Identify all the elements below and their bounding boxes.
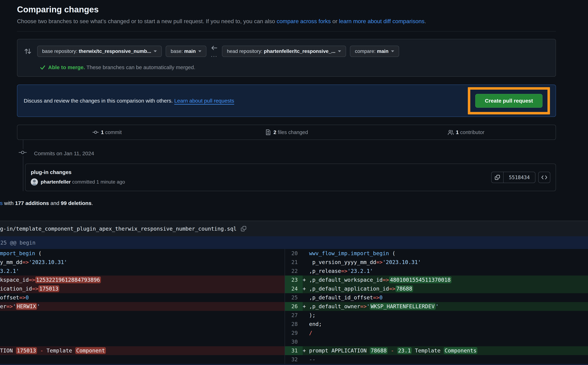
commit-author[interactable]: phartenfeller	[41, 179, 71, 185]
diff-left-line: mport_begin (	[0, 249, 285, 258]
diff-row: y_mm_dd=>'2023.10.31'21 p_version_yyyy_m…	[0, 258, 588, 267]
diff-row: 29 /	[0, 329, 588, 337]
diff-right-line: + ,p_default_workspace_id=>4801001554511…	[303, 275, 588, 284]
compare-across-forks-link[interactable]: compare across forks	[277, 18, 331, 24]
file-diff-icon	[265, 129, 271, 135]
diff-right-line: wwv_flow_imp.import_begin (	[303, 249, 588, 258]
chevron-down-icon	[391, 50, 394, 52]
copy-path-icon[interactable]	[241, 226, 247, 232]
diff-left-line	[0, 311, 285, 320]
file-path[interactable]: g-in/template_component_plugin_apex_ther…	[0, 226, 237, 232]
diff-left-line: er=>'HERWIX'	[0, 302, 285, 311]
diff-right-line: + prompt APPLICATION 78688 - 23.1 Templa…	[303, 346, 588, 355]
commit-date-heading: Commits on Jan 11, 2024	[17, 140, 556, 164]
next-hunk-header	[0, 364, 588, 365]
diff-left-line: ication_id=>175013	[0, 284, 285, 293]
diff-stats-bar: 1 commit 2 files changed 1 contributor	[17, 125, 556, 140]
diff-row: 3.2.1'22 ,p_release=>'23.2.1'	[0, 267, 588, 275]
diff-row: 30	[0, 337, 588, 346]
diff-row: kspace_id=>1253221961288479389623+ ,p_de…	[0, 275, 588, 284]
diff-right-line	[303, 337, 588, 346]
diff-right-line: ,p_default_id_offset=>0	[303, 293, 588, 302]
diff-left-line	[0, 337, 285, 346]
git-compare-icon	[24, 47, 32, 55]
changes-summary: s with 177 additions and 99 deletions.	[0, 200, 588, 207]
page-title: Comparing changes	[17, 5, 556, 14]
people-icon	[447, 129, 454, 135]
base-branch-dropdown[interactable]: base: main	[166, 46, 206, 57]
code-icon	[541, 175, 547, 180]
create-pull-request-button[interactable]: Create pull request	[475, 94, 543, 108]
diff-left-line: 3.2.1'	[0, 267, 285, 275]
diff-right-line: end;	[303, 320, 588, 329]
diff-row: ication_id=>17501324+ ,p_default_applica…	[0, 284, 588, 293]
diff-right-line: p_version_yyyy_mm_dd=>'2023.10.31'	[303, 258, 588, 267]
branch-compare-box: base repository: therwix/tc_responsive_n…	[17, 39, 556, 77]
commit-card: plug-in changes phartenfeller committed …	[25, 164, 556, 191]
line-number[interactable]: 25	[285, 293, 303, 302]
line-number[interactable]: 24	[285, 284, 303, 293]
banner-text: Discuss and review the changes in this c…	[24, 98, 234, 104]
tab-files-changed[interactable]: 2 files changed	[197, 125, 376, 140]
tab-contributors[interactable]: 1 contributor	[376, 125, 556, 140]
tab-commits[interactable]: 1 commit	[17, 125, 197, 140]
line-number[interactable]: 21	[285, 258, 303, 267]
highlight-box: Create pull request	[468, 87, 550, 114]
diff-comparisons-link[interactable]: learn more about diff comparisons	[339, 18, 424, 24]
compare-direction: ...	[210, 45, 218, 58]
line-number[interactable]: 31	[285, 346, 303, 355]
base-repository-dropdown[interactable]: base repository: therwix/tc_responsive_n…	[37, 46, 162, 57]
line-number[interactable]: 28	[285, 320, 303, 329]
pull-request-banner: Discuss and review the changes in this c…	[17, 84, 556, 117]
diff-left-line: TION 175013 - Template Component	[0, 346, 285, 355]
chevron-down-icon	[338, 50, 341, 52]
diff-row: er=>'HERWIX'26+ ,p_default_owner=>'WKSP_…	[0, 302, 588, 311]
commit-timeline: Commits on Jan 11, 2024 plug-in changes …	[17, 140, 556, 191]
diff-row: 32 --	[0, 355, 588, 364]
commit-hash-group: 5518434	[491, 172, 535, 183]
commit-node-icon	[19, 149, 27, 156]
line-number[interactable]: 29	[285, 329, 303, 337]
diff-right-line: + ,p_default_application_id=>78688	[303, 284, 588, 293]
chevron-down-icon	[198, 50, 201, 52]
diff-left-line	[0, 329, 285, 337]
diff-right-line: ,p_release=>'23.2.1'	[303, 267, 588, 275]
file-header: g-in/template_component_plugin_apex_ther…	[0, 221, 588, 236]
diff-right-line: --	[303, 355, 588, 364]
line-number[interactable]: 27	[285, 311, 303, 320]
hunk-header: 25 @@ begin	[0, 236, 588, 249]
changed-files-link-tail[interactable]: s	[0, 200, 3, 206]
diff-right-line: );	[303, 311, 588, 320]
page-subtitle: Choose two branches to see what’s change…	[17, 17, 556, 25]
diff-row: offset=>025 ,p_default_id_offset=>0	[0, 293, 588, 302]
page-header: Comparing changes Choose two branches to…	[17, 0, 556, 31]
copy-icon[interactable]	[492, 172, 504, 183]
line-number[interactable]: 22	[285, 267, 303, 275]
diff-row: mport_begin (20 wwv_flow_imp.import_begi…	[0, 249, 588, 258]
avatar[interactable]	[31, 178, 38, 185]
head-repository-dropdown[interactable]: head repository: phartenfeller/tc_respon…	[222, 46, 346, 57]
learn-about-pull-requests-link[interactable]: Learn about pull requests	[174, 98, 234, 104]
line-number[interactable]: 32	[285, 355, 303, 364]
range-dots: ...	[211, 52, 217, 58]
diff-left-line: y_mm_dd=>'2023.10.31'	[0, 258, 285, 267]
browse-code-button[interactable]	[538, 172, 550, 183]
diff-view: 25 @@ begin mport_begin (20 wwv_flow_imp…	[0, 236, 588, 365]
line-number[interactable]: 30	[285, 337, 303, 346]
commit-title-link[interactable]: plug-in changes	[31, 169, 125, 175]
diff-left-line	[0, 355, 285, 364]
merge-status: Able to merge. These branches can be aut…	[40, 64, 551, 70]
diff-right-line: + ,p_default_owner=>'WKSP_HARTENFELLERDE…	[303, 302, 588, 311]
diff-row: 28 end;	[0, 320, 588, 329]
diff-row: TION 175013 - Template Component31+ prom…	[0, 346, 588, 355]
line-number[interactable]: 23	[285, 275, 303, 284]
diff-left-line: offset=>0	[0, 293, 285, 302]
diff-rows: mport_begin (20 wwv_flow_imp.import_begi…	[0, 249, 588, 364]
commit-icon	[92, 129, 99, 135]
commit-hash[interactable]: 5518434	[504, 172, 535, 183]
line-number[interactable]: 20	[285, 249, 303, 258]
line-number[interactable]: 26	[285, 302, 303, 311]
diff-left-line: kspace_id=>12532219612884793896	[0, 275, 285, 284]
diff-row: 27 );	[0, 311, 588, 320]
compare-branch-dropdown[interactable]: compare: main	[350, 46, 399, 57]
